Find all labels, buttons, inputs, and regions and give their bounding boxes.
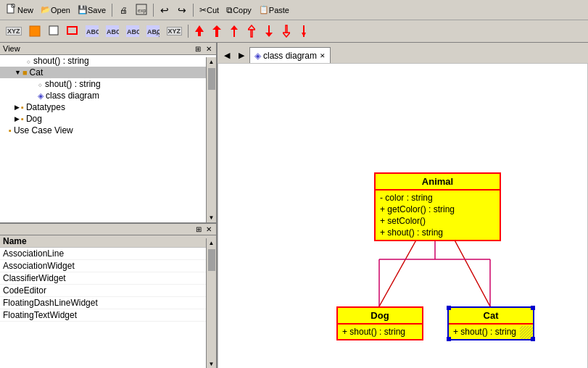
tb2-xyz2[interactable]: XYZ	[164, 23, 186, 39]
tb2-icon1[interactable]	[26, 23, 44, 39]
tree-item-cat[interactable]: ▼ ■ Cat	[0, 67, 216, 78]
export-button[interactable]: exp	[133, 2, 150, 18]
tree-scroll-down[interactable]: ▼	[207, 213, 216, 222]
xyz2-icon: XYZ	[167, 27, 183, 35]
tb2-abc1[interactable]: ABC	[83, 23, 102, 39]
print-button[interactable]: 🖨	[115, 2, 131, 18]
print-icon: 🖨	[120, 6, 128, 14]
tb2-icon2[interactable]	[45, 23, 62, 39]
svg-marker-18	[212, 25, 221, 30]
props-scroll-down[interactable]: ▼	[207, 359, 216, 368]
tree-item-label-2: shout() : string	[45, 79, 101, 89]
svg-rect-27	[286, 25, 287, 33]
copy-button[interactable]: ⧉ Copy	[223, 2, 254, 18]
diagram-area: ◀ ▶ ◈ class diagram ✕	[218, 43, 588, 368]
tree-scroll-thumb[interactable]	[208, 68, 215, 90]
animal-box-body: - color : string + getColor() : string +…	[376, 191, 500, 240]
props-scroll-thumb[interactable]	[208, 249, 215, 271]
red-arrow6-button[interactable]	[278, 23, 294, 39]
dog-item-0: + shout() : string	[342, 326, 418, 338]
svg-marker-29	[302, 33, 306, 37]
redo-button[interactable]: ↪	[174, 2, 190, 18]
tree-item-2[interactable]: ⬦ shout() : string	[0, 78, 216, 90]
tree-restore-icon[interactable]: ⊞	[194, 45, 202, 53]
red-arrow2-button[interactable]	[209, 23, 225, 39]
tb2-abc4[interactable]: ABCxyz	[144, 23, 162, 39]
sep2	[153, 4, 154, 17]
animal-box[interactable]: Animal - color : string + getColor() : s…	[374, 172, 501, 241]
props-item-3[interactable]: CodeEditor	[0, 285, 216, 297]
red-arrow4-button[interactable]	[244, 23, 260, 39]
tab-nav-right[interactable]: ▶	[235, 47, 248, 63]
tb2-abc2[interactable]: ABC	[103, 23, 122, 39]
props-scroll-up[interactable]: ▲	[207, 238, 216, 248]
tab-label: class diagram	[263, 51, 317, 61]
red-arrow5-button[interactable]	[261, 23, 277, 39]
dog-box-body: + shout() : string	[338, 325, 422, 339]
tab-nav-left[interactable]: ◀	[220, 47, 233, 63]
red-arrow1-button[interactable]	[191, 23, 207, 39]
sep4	[188, 25, 189, 38]
toolbar-area: New 📂 Open 💾 Save 🖨 exp ↩ ↪	[0, 0, 588, 43]
props-item-0[interactable]: AssociationLine	[0, 248, 216, 260]
svg-text:ABC: ABC	[127, 28, 139, 35]
sel-handle-br	[531, 337, 535, 341]
cut-button[interactable]: ✂ Cut	[196, 2, 222, 18]
red-arrow7-button[interactable]	[296, 23, 312, 39]
svg-rect-25	[268, 25, 270, 33]
undo-button[interactable]: ↩	[157, 2, 173, 18]
dog-box[interactable]: Dog + shout() : string	[336, 306, 423, 340]
expand-icon-datatypes: ▶	[15, 104, 20, 111]
tab-close-button[interactable]: ✕	[320, 52, 326, 59]
expand-icon-dog: ▶	[15, 115, 20, 122]
open-button[interactable]: 📂 Open	[38, 2, 73, 18]
cat-box-header: Cat	[449, 308, 533, 325]
tree-item-usecase[interactable]: ▪ Use Case View	[0, 125, 216, 136]
tree-header: View ⊞ ✕	[0, 43, 216, 55]
class-icon-cat: ■	[22, 68, 28, 77]
animal-item-2: + setColor()	[380, 215, 495, 227]
props-scrollbar[interactable]: ▲ ▼	[206, 238, 216, 368]
tree-item-datatypes[interactable]: ▶ ▪ Datatypes	[0, 101, 216, 113]
tree-item-dog[interactable]: ▶ ▪ Dog	[0, 113, 216, 125]
tree-item-0[interactable]: ⬦ shout() : string	[0, 55, 216, 67]
animal-item-1: + getColor() : string	[380, 204, 495, 215]
canvas[interactable]: Animal - color : string + getColor() : s…	[218, 63, 588, 368]
cut-label: Cut	[207, 6, 219, 14]
toolbar2: XYZ ABC ABC ABC ABCxyz XYZ	[0, 20, 588, 42]
tree-scroll-up[interactable]: ▲	[207, 57, 216, 67]
props-item-1[interactable]: AssociationWidget	[0, 260, 216, 272]
tree-header-icons: ⊞ ✕	[194, 44, 213, 53]
animal-box-header: Animal	[376, 174, 500, 191]
sep1	[112, 4, 112, 17]
paste-button[interactable]: 📋 Paste	[256, 2, 292, 18]
main-area: View ⊞ ✕ ⬦ shout() : string ▼ ■	[0, 43, 588, 368]
svg-marker-20	[231, 25, 238, 30]
new-label: New	[17, 6, 33, 14]
diagram-icon: ◈	[38, 91, 44, 101]
tree-item-label-0: shout() : string	[33, 56, 89, 66]
props-close-icon[interactable]: ✕	[204, 225, 213, 233]
tb2-icon3[interactable]	[64, 23, 81, 39]
red-arrow3-button[interactable]	[226, 23, 242, 39]
props-item-4[interactable]: FloatingDashLineWidget	[0, 297, 216, 309]
tab-class-diagram[interactable]: ◈ class diagram ✕	[249, 47, 331, 63]
props-restore-icon[interactable]: ⊞	[194, 225, 203, 233]
cat-box[interactable]: Cat + shout() : string	[447, 306, 534, 340]
svg-text:exp: exp	[138, 8, 146, 14]
svg-text:ABC: ABC	[86, 28, 99, 35]
tree-scrollbar[interactable]: ▲ ▼	[206, 57, 216, 222]
svg-rect-19	[215, 30, 218, 37]
tree-close-icon[interactable]: ✕	[204, 45, 213, 53]
new-button[interactable]: New	[3, 2, 36, 18]
props-item-5[interactable]: FloatingTextWidget	[0, 309, 216, 322]
tree-view: View ⊞ ✕ ⬦ shout() : string ▼ ■	[0, 43, 216, 224]
tree-item-3[interactable]: ◈ class diagram	[0, 90, 216, 101]
cat-box-body: + shout() : string	[449, 325, 533, 339]
method-icon-2: ⬦	[38, 80, 43, 88]
props-item-2[interactable]: ClassifierWidget	[0, 272, 216, 285]
xyz-button[interactable]: XYZ	[3, 23, 25, 39]
tb2-abc3[interactable]: ABC	[123, 23, 142, 39]
svg-rect-6	[67, 27, 77, 34]
save-button[interactable]: 💾 Save	[75, 2, 109, 18]
